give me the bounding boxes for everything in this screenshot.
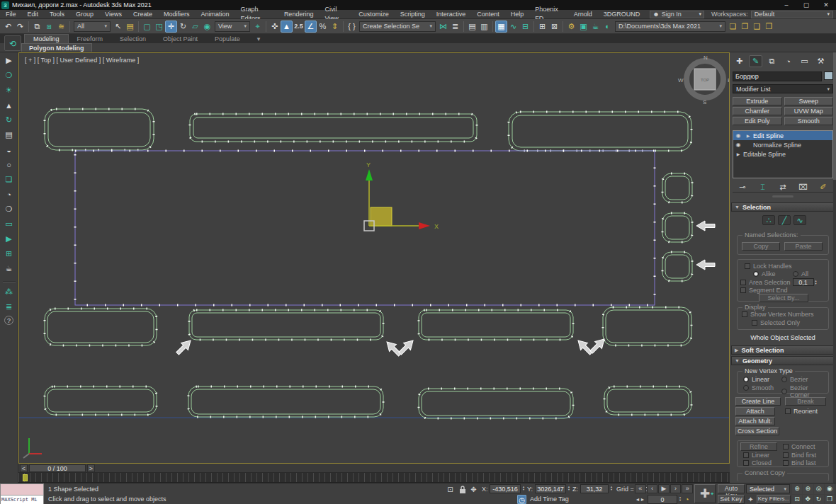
reorient-checkbox[interactable] (785, 408, 791, 414)
all-radio[interactable] (793, 271, 798, 277)
soft-selection-rollout-header[interactable]: ▶Soft Selection (731, 345, 835, 355)
selection-lock-icon[interactable] (459, 486, 466, 494)
maxscript-mini-listener[interactable]: MAXScript Mi (0, 483, 44, 504)
expand-arrow-icon[interactable]: ▶ (743, 133, 753, 138)
bulb-tool-icon[interactable]: ❍ (3, 203, 15, 215)
edit-poly-button[interactable]: Edit Poly (733, 117, 782, 125)
utilities-tab-icon[interactable]: ⚒ (814, 55, 827, 67)
arrow-spline[interactable] (696, 260, 715, 270)
sign-in-dropdown[interactable]: ☻ Sign In ▾ (650, 11, 704, 18)
curb-spline[interactable] (662, 213, 692, 242)
closed-checkbox[interactable] (743, 460, 749, 466)
uvw-map-button[interactable]: UVW Map (784, 107, 834, 115)
select-and-link-icon[interactable]: ⧉ (31, 21, 43, 33)
curb-spline[interactable] (190, 114, 477, 142)
set-keys-button[interactable]: ✚✦ (694, 484, 716, 503)
render-setup-icon[interactable]: ⚙ (565, 21, 577, 33)
maximize-button[interactable]: ▢ (796, 0, 816, 10)
ribbon-toggle-icon[interactable]: ▦ (495, 21, 507, 33)
snaps-toggle-icon[interactable]: 2.5 (293, 21, 305, 33)
track-bar[interactable] (18, 473, 730, 483)
viewcube[interactable]: TOP N S W E (678, 55, 729, 105)
next-frame-button[interactable]: > (87, 464, 95, 472)
mirror-icon[interactable]: ⋈ (437, 21, 449, 33)
key-filters-button[interactable]: Key Filters... (757, 495, 791, 504)
ribbon-tab-selection[interactable]: Selection (111, 35, 154, 43)
project-folder-dropdown[interactable]: D:\Documents\3ds Max 2021▾ (615, 21, 725, 32)
bezier-corner-radio[interactable] (781, 389, 787, 394)
viewport-canvas[interactable]: Y X TOP N S W E [ + ] [ Top ] [ U (19, 53, 729, 463)
stack-item-editable-spline[interactable]: ▶ Editable Spline (733, 149, 832, 159)
align-icon[interactable]: ≣ (449, 21, 461, 33)
window-crossing-toggle-icon[interactable]: ◳ (153, 21, 165, 33)
redo-button[interactable]: ↷ (14, 21, 26, 33)
menu-create[interactable]: Create (128, 10, 158, 19)
curb-spline[interactable] (662, 173, 692, 202)
previous-frame-button[interactable]: < (20, 464, 28, 472)
menu-file[interactable]: File (0, 10, 22, 19)
refine-button[interactable]: Refine (740, 442, 777, 451)
curb-spline[interactable] (662, 252, 692, 281)
compass-west[interactable]: W (678, 77, 684, 84)
curb-spline[interactable] (419, 310, 573, 340)
move-gizmo[interactable]: Y X (364, 161, 439, 231)
menu-customize[interactable]: Customize (353, 10, 395, 19)
workspace-dropdown[interactable]: Default ▾ (751, 11, 833, 18)
zoom-extents-icon[interactable]: ◎ (814, 484, 824, 494)
quad-view-tool-icon[interactable]: ⊞ (3, 248, 15, 260)
scene-explorer-icon[interactable]: ⊞ (536, 21, 548, 33)
make-unique-icon[interactable]: ⇄ (776, 181, 789, 193)
spinner-arrows-icon[interactable]: ▲▼ (567, 486, 570, 491)
menu-rendering[interactable]: Rendering (278, 10, 320, 19)
y-coord-field[interactable]: 3026,147 (535, 484, 566, 493)
menu-scripting[interactable]: Scripting (395, 10, 431, 19)
keyboard-shortcut-override-icon[interactable]: ▲ (281, 21, 293, 33)
ring-tool-icon[interactable]: ○ (3, 159, 15, 171)
curve-editor-icon[interactable]: ∿ (507, 21, 519, 33)
curb-spline[interactable] (603, 307, 691, 345)
render-iray-icon[interactable]: ◐ (601, 21, 614, 33)
tree-tool-icon[interactable]: ▲ (3, 99, 15, 111)
smooth-radio[interactable] (743, 385, 749, 391)
x-coord-field[interactable]: -430,516 (490, 484, 521, 493)
time-slider-handle[interactable]: 0 / 100 (29, 464, 86, 472)
select-object-icon[interactable]: ↖ (112, 21, 124, 33)
refresh-tool-icon[interactable]: ↻ (3, 114, 15, 126)
curb-spline[interactable] (419, 389, 573, 418)
viewcube-face-label[interactable]: TOP (701, 78, 709, 82)
render-production-icon[interactable]: ☕ (589, 21, 601, 33)
menu-views[interactable]: Views (99, 10, 128, 19)
frame-tool-icon[interactable]: ▭ (3, 218, 15, 230)
workspace-tool-3-icon[interactable]: ❑ (751, 21, 763, 33)
expand-arrow-icon[interactable]: ▶ (733, 151, 743, 156)
polygon-modeling-panel-tab[interactable]: Polygon Modeling (21, 43, 92, 52)
time-configuration-icon[interactable]: ◔ (682, 495, 692, 504)
menu-edit[interactable]: Edit (22, 10, 45, 19)
spinner-arrows-icon[interactable]: ▲▼ (522, 486, 525, 491)
spinner-arrows-icon[interactable]: ▲▼ (610, 486, 613, 491)
minimize-button[interactable]: – (776, 0, 796, 10)
chamfer-button[interactable]: Chamfer (733, 107, 782, 115)
panel-splitter[interactable] (772, 195, 793, 197)
pin-stack-icon[interactable]: ⊸ (737, 181, 749, 193)
curb-spline[interactable] (188, 386, 383, 417)
close-button[interactable]: ✕ (816, 0, 836, 10)
alike-radio[interactable] (753, 271, 759, 277)
ribbon-tab-populate[interactable]: Populate (206, 35, 249, 43)
use-pivot-point-center-icon[interactable]: ⌖ (252, 21, 264, 33)
rectangular-selection-region-icon[interactable]: ▢ (141, 21, 153, 33)
key-step-arrows-icon[interactable]: ◄► (635, 495, 645, 504)
zoom-extents-all-icon[interactable]: ◉ (825, 484, 835, 494)
bind-to-space-warp-icon[interactable]: ≋ (55, 21, 67, 33)
compass-east[interactable]: E (728, 77, 729, 84)
extrude-button[interactable]: Extrude (733, 97, 782, 105)
create-tab-icon[interactable]: ✚ (733, 55, 746, 67)
teapot-tool-icon[interactable]: ☕ (3, 263, 15, 275)
arrow-spline[interactable] (174, 337, 194, 357)
zoom-region-icon[interactable]: ⊡ (792, 495, 802, 504)
viewport-label[interactable]: [ + ] [ Top ] [ User Defined ] [ Wirefra… (25, 57, 139, 64)
sphere-tool-icon[interactable]: ◔ (3, 188, 15, 200)
menu-arnold[interactable]: Arnold (568, 10, 598, 19)
spinner-arrows-icon[interactable]: ▲▼ (815, 280, 818, 285)
select-by-button[interactable]: Select By... (759, 294, 808, 302)
